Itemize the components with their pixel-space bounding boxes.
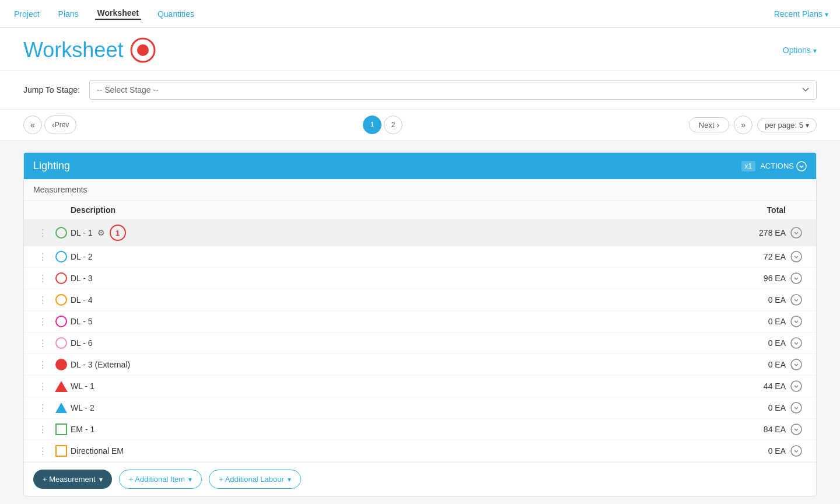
page-1-button[interactable]: 1 xyxy=(363,116,382,134)
drag-handle[interactable]: ⋮ xyxy=(33,316,52,327)
add-measurement-button[interactable]: + Measurement xyxy=(33,470,112,489)
options-label: Options xyxy=(783,46,811,55)
section-footer: + Measurement + Additional Item + Additi… xyxy=(24,462,816,496)
row-icon xyxy=(52,445,71,457)
svg-point-9 xyxy=(791,359,802,370)
circle-pink2-icon xyxy=(55,337,67,349)
row-action-button[interactable] xyxy=(786,316,807,327)
row-label: WL - 2 xyxy=(71,403,716,412)
section-header: Lighting x1 ACTIONS xyxy=(24,153,816,179)
row-action-button[interactable] xyxy=(786,445,807,457)
nav-links: Project Plans Worksheet Quantities xyxy=(12,8,197,20)
next-label: Next xyxy=(699,121,715,130)
next-page-button[interactable]: Next xyxy=(689,117,729,132)
row-action-button[interactable] xyxy=(786,227,807,239)
table-row: ⋮ DL - 5 0 EA xyxy=(24,311,816,332)
drag-handle[interactable]: ⋮ xyxy=(33,338,52,349)
triangle-teal-icon xyxy=(55,402,67,413)
row-icon xyxy=(52,337,71,349)
row-description: DL - 4 xyxy=(71,295,93,304)
drag-handle[interactable]: ⋮ xyxy=(33,402,52,414)
svg-point-11 xyxy=(791,402,802,413)
options-chevron-icon xyxy=(813,46,817,55)
drag-handle[interactable]: ⋮ xyxy=(33,381,52,392)
square-green-icon xyxy=(55,424,67,435)
stage-select[interactable]: -- Select Stage -- xyxy=(89,80,817,100)
row-icon xyxy=(52,402,71,413)
col-drag xyxy=(33,205,52,215)
table-row: ⋮ EM - 1 84 EA xyxy=(24,419,816,440)
svg-point-2 xyxy=(797,162,806,171)
pagination-right: Next per page: 5 xyxy=(689,116,817,134)
add-additional-item-button[interactable]: + Additional Item xyxy=(119,470,202,489)
per-page-button[interactable]: per page: 5 xyxy=(757,118,817,132)
row-icon xyxy=(52,272,71,284)
first-page-button[interactable] xyxy=(23,116,42,134)
drag-handle[interactable]: ⋮ xyxy=(33,273,52,284)
row-icon xyxy=(52,251,71,262)
row-label: DL - 4 xyxy=(71,295,716,304)
row-label: Directional EM xyxy=(71,446,716,456)
row-description: DL - 3 (External) xyxy=(71,360,130,369)
row-description: WL - 1 xyxy=(71,382,94,391)
col-total-header: Total xyxy=(716,205,786,215)
gear-icon[interactable]: ⚙ xyxy=(97,228,105,237)
jump-to-stage-section: Jump To Stage: -- Select Stage -- xyxy=(0,71,840,110)
last-page-button[interactable] xyxy=(734,116,752,134)
col-description-header: Description xyxy=(71,205,716,215)
pagination-center: 1 2 xyxy=(363,116,402,134)
row-total: 72 EA xyxy=(716,252,786,261)
svg-point-13 xyxy=(791,446,802,456)
first-page-icon xyxy=(30,120,35,130)
drag-handle[interactable]: ⋮ xyxy=(33,446,52,457)
svg-point-5 xyxy=(791,273,802,284)
row-action-button[interactable] xyxy=(786,337,807,349)
row-icon xyxy=(52,381,71,392)
drag-handle[interactable]: ⋮ xyxy=(33,251,52,262)
row-total: 44 EA xyxy=(716,382,786,391)
svg-point-12 xyxy=(791,424,802,435)
measurements-table: ⋮ DL - 1 ⚙ 1 278 EA ⋮ DL - 2 72 EA xyxy=(24,220,816,462)
row-action-button[interactable] xyxy=(786,402,807,414)
actions-button[interactable]: ACTIONS xyxy=(760,161,807,172)
row-action-button[interactable] xyxy=(786,380,807,392)
nav-project[interactable]: Project xyxy=(12,9,42,19)
recent-plans-button[interactable]: Recent Plans xyxy=(774,9,828,19)
jump-label: Jump To Stage: xyxy=(23,85,80,94)
per-page-chevron-icon xyxy=(806,121,809,130)
drag-handle[interactable]: ⋮ xyxy=(33,295,52,306)
svg-point-6 xyxy=(791,295,802,305)
row-total: 0 EA xyxy=(716,338,786,348)
drag-handle[interactable]: ⋮ xyxy=(33,359,52,370)
row-description: Directional EM xyxy=(71,446,124,456)
options-button[interactable]: Options xyxy=(783,46,817,55)
circle-red-icon xyxy=(55,272,67,284)
nav-right: Recent Plans xyxy=(774,9,828,19)
square-orange-icon xyxy=(55,445,67,457)
section-header-right: x1 ACTIONS xyxy=(741,161,807,172)
drag-handle[interactable]: ⋮ xyxy=(33,228,52,239)
row-action-button[interactable] xyxy=(786,251,807,262)
row-down-circle-icon xyxy=(790,402,802,414)
recent-plans-chevron-icon xyxy=(825,9,828,19)
row-icon xyxy=(52,316,71,327)
page-header-left: Worksheet xyxy=(23,37,156,63)
row-description: DL - 6 xyxy=(71,338,93,348)
row-action-button[interactable] xyxy=(786,424,807,435)
row-action-button[interactable] xyxy=(786,359,807,370)
row-down-circle-icon xyxy=(790,337,802,349)
page-2-button[interactable]: 2 xyxy=(384,116,402,134)
drag-handle[interactable]: ⋮ xyxy=(33,424,52,435)
nav-worksheet[interactable]: Worksheet xyxy=(95,8,141,20)
prev-page-button[interactable]: Prev xyxy=(44,116,76,134)
nav-plans[interactable]: Plans xyxy=(56,9,81,19)
add-additional-labour-button[interactable]: + Additional Labour xyxy=(209,470,301,489)
nav-quantities[interactable]: Quantities xyxy=(155,9,197,19)
page-title: Worksheet xyxy=(23,38,123,62)
row-action-button[interactable] xyxy=(786,272,807,284)
row-total: 96 EA xyxy=(716,274,786,283)
row-action-button[interactable] xyxy=(786,294,807,306)
measurements-header: Measurements xyxy=(24,179,816,201)
actions-label: ACTIONS xyxy=(760,162,794,170)
row-icon xyxy=(52,294,71,306)
